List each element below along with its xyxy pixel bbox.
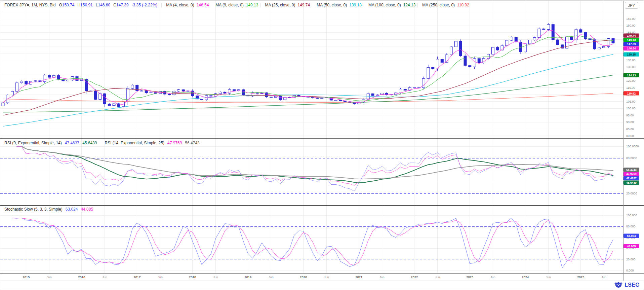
svg-text:2020: 2020 — [300, 275, 307, 279]
svg-text:Jun: Jun — [102, 276, 107, 279]
ohlc-open: O150.74 — [59, 3, 74, 7]
svg-text:2021: 2021 — [355, 275, 362, 279]
svg-text:2024: 2024 — [522, 275, 529, 279]
svg-text:2018: 2018 — [189, 275, 196, 279]
price-badges: 56.474347.976947.463745.6439 — [623, 168, 639, 185]
svg-text:165.00: 165.00 — [626, 17, 636, 21]
svg-text:80.0000: 80.0000 — [626, 156, 637, 160]
stoch-v1: 63.024 — [66, 207, 78, 212]
svg-text:80.00: 80.00 — [626, 134, 634, 138]
svg-text:115.00: 115.00 — [626, 86, 635, 89]
svg-text:Jun: Jun — [158, 276, 163, 279]
svg-text:2017: 2017 — [133, 275, 140, 279]
svg-text:120.00: 120.00 — [626, 79, 636, 82]
svg-text:149.13: 149.13 — [627, 38, 636, 42]
svg-text:124.13: 124.13 — [627, 74, 636, 77]
ohlc-low: L146.60 — [96, 3, 110, 7]
svg-text:110.92: 110.92 — [627, 92, 636, 95]
svg-text:2016: 2016 — [78, 275, 85, 279]
lseg-logo: LSEG — [614, 281, 640, 289]
stochastic-layer — [12, 218, 613, 268]
svg-text:Jun: Jun — [47, 276, 52, 279]
svg-text:100.00: 100.00 — [626, 107, 636, 110]
svg-text:2022: 2022 — [411, 275, 418, 279]
svg-text:146.54: 146.54 — [627, 47, 636, 50]
svg-text:2015: 2015 — [23, 275, 30, 279]
rsi-v2: 45.6439 — [82, 141, 97, 145]
stoch-v2: 44.085 — [81, 207, 93, 212]
svg-text:Jun: Jun — [490, 276, 495, 279]
svg-text:160.00: 160.00 — [626, 24, 636, 27]
svg-text:100.000: 100.000 — [626, 214, 637, 217]
lseg-wordmark: LSEG — [625, 282, 640, 288]
main-legend: FOREX JPY=, 1M, NYS, Bid O150.74 H150.91… — [4, 3, 469, 7]
legend-ma-25: MA (25, close, 0)149.74 — [260, 3, 310, 7]
svg-text:Jun: Jun — [213, 276, 218, 279]
svg-text:47.4637: 47.4637 — [626, 177, 637, 180]
svg-text:130.00: 130.00 — [626, 65, 636, 69]
legend-ma-250: MA (250, close, 0)110.92 — [417, 3, 469, 7]
rsi9-title: RSI (9, Exponential, Simple, 14) — [4, 141, 62, 145]
legend-ma-9: MA (9, close, 0)149.13 — [211, 3, 258, 7]
legend-ma-4: MA (4, close, 0)146.54 — [161, 3, 209, 7]
svg-text:0.000: 0.000 — [626, 269, 634, 272]
svg-text:44.085: 44.085 — [627, 245, 636, 248]
lseg-crest-icon — [614, 281, 623, 289]
svg-text:147.39: 147.39 — [627, 42, 636, 46]
svg-text:90.00: 90.00 — [626, 120, 634, 124]
chart-window: 165.00160.00155.00150.00145.00140.00135.… — [0, 0, 644, 290]
svg-text:Jun: Jun — [324, 276, 329, 279]
svg-text:Jun: Jun — [269, 276, 274, 279]
rsi14-title: RSI (14, Exponential, Simple, 25) — [105, 141, 164, 145]
svg-text:47.9769: 47.9769 — [626, 172, 637, 176]
legend-ma-100: MA (100, close, 0)124.13 — [364, 3, 415, 7]
rsi-v1: 47.4637 — [65, 141, 79, 145]
svg-text:20.000: 20.000 — [626, 258, 636, 261]
candles-layer — [2, 22, 614, 108]
svg-text:135.00: 135.00 — [626, 59, 636, 62]
svg-text:Jun: Jun — [435, 276, 440, 279]
stoch-title: Stochastic Slow (5, 3, 3, Simple) — [4, 207, 63, 212]
rsi-layer — [17, 146, 613, 191]
svg-text:139.18: 139.18 — [627, 53, 636, 56]
svg-text:2023: 2023 — [466, 275, 473, 279]
x-axis-labels: 2015Jun2016Jun2017Jun2018Jun2019Jun2020J… — [23, 275, 606, 279]
svg-text:2025: 2025 — [577, 275, 584, 279]
svg-text:Jun: Jun — [379, 276, 385, 279]
ohlc-close: C147.39 — [113, 3, 128, 7]
legend-ma-50: MA (50, close, 0)139.18 — [312, 3, 362, 7]
svg-text:20.0000: 20.0000 — [626, 192, 637, 195]
instrument-title: FOREX JPY=, 1M, NYS, Bid — [4, 3, 55, 7]
svg-text:95.00: 95.00 — [626, 114, 634, 117]
ohlc-high: H150.91 — [77, 3, 92, 7]
svg-text:105.00: 105.00 — [626, 100, 636, 103]
svg-text:2019: 2019 — [244, 275, 251, 279]
svg-text:56.4743: 56.4743 — [626, 168, 637, 172]
net-change: -3.35 (-2.22%) — [132, 3, 158, 7]
rsi-v4: 56.4743 — [185, 141, 199, 145]
svg-text:45.6439: 45.6439 — [626, 181, 637, 184]
svg-text:Jun: Jun — [601, 276, 606, 279]
svg-text:Jun: Jun — [546, 276, 551, 279]
stochastic-legend: Stochastic Slow (5, 3, 3, Simple) 63.024… — [4, 207, 93, 212]
rsi-v3: 47.9769 — [167, 141, 182, 145]
currency-axis-button[interactable]: JPY — [625, 2, 638, 9]
rsi-legend: RSI (9, Exponential, Simple, 14) 47.4637… — [4, 141, 200, 145]
svg-text:149.74: 149.74 — [627, 34, 636, 37]
svg-text:100.0000: 100.0000 — [626, 145, 639, 148]
svg-text:63.024: 63.024 — [627, 234, 636, 238]
price-badges: 63.02444.085 — [623, 234, 639, 248]
svg-text:85.00: 85.00 — [626, 128, 634, 131]
svg-text:80.000: 80.000 — [626, 225, 636, 228]
